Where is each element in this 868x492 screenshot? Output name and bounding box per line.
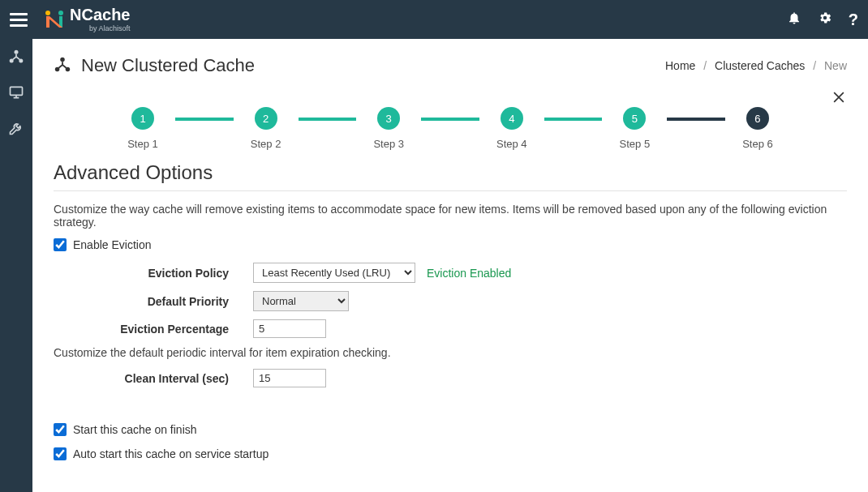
step-2[interactable]: 2 Step 2 bbox=[234, 107, 299, 150]
eviction-percentage-row: Eviction Percentage bbox=[54, 319, 847, 338]
topbar-actions: ? bbox=[787, 11, 858, 29]
sidebar bbox=[0, 39, 32, 492]
default-priority-select[interactable]: Normal bbox=[253, 291, 349, 311]
breadcrumb-clustered-caches[interactable]: Clustered Caches bbox=[715, 59, 805, 72]
enable-eviction-row: Enable Eviction bbox=[54, 238, 847, 251]
eviction-policy-select[interactable]: Least Recently Used (LRU) bbox=[253, 263, 415, 283]
bell-icon[interactable] bbox=[787, 11, 801, 29]
eviction-policy-row: Eviction Policy Least Recently Used (LRU… bbox=[54, 263, 847, 283]
topbar: NCache by Alachisoft ? bbox=[0, 0, 868, 39]
eviction-policy-label: Eviction Policy bbox=[54, 267, 253, 280]
breadcrumb-current: New bbox=[824, 59, 847, 72]
section-heading: Advanced Options bbox=[54, 161, 847, 184]
clean-interval-input[interactable] bbox=[253, 369, 326, 387]
page-title: New Clustered Cache bbox=[81, 55, 255, 76]
sidebar-monitor-icon[interactable] bbox=[8, 84, 24, 101]
brand-subtitle: by Alachisoft bbox=[70, 24, 130, 32]
auto-start-checkbox[interactable] bbox=[54, 447, 67, 460]
close-icon[interactable] bbox=[831, 89, 847, 110]
enable-eviction-checkbox[interactable] bbox=[54, 238, 67, 251]
default-priority-row: Default Priority Normal bbox=[54, 291, 847, 311]
start-on-finish-label: Start this cache on finish bbox=[73, 423, 197, 436]
clean-interval-label: Clean Interval (sec) bbox=[54, 372, 253, 385]
start-on-finish-row: Start this cache on finish bbox=[54, 423, 847, 436]
wizard-footer: Cancel Previous Finish bbox=[54, 478, 847, 492]
clean-interval-row: Clean Interval (sec) bbox=[54, 369, 847, 387]
enable-eviction-label: Enable Eviction bbox=[73, 238, 152, 251]
eviction-status: Eviction Enabled bbox=[427, 267, 511, 280]
step-1[interactable]: 1 Step 1 bbox=[110, 107, 175, 150]
auto-start-label: Auto start this cache on service startup bbox=[73, 447, 269, 460]
gear-icon[interactable] bbox=[818, 11, 832, 29]
main: New Clustered Cache Home / Clustered Cac… bbox=[32, 39, 868, 492]
help-icon[interactable]: ? bbox=[849, 11, 858, 29]
cluster-icon bbox=[54, 56, 71, 76]
svg-point-7 bbox=[15, 50, 19, 54]
svg-point-1 bbox=[58, 11, 63, 15]
brand-logo: NCache by Alachisoft bbox=[44, 6, 130, 32]
sidebar-cluster-icon[interactable] bbox=[8, 49, 24, 65]
section-description: Customize the way cache will remove exis… bbox=[54, 203, 847, 229]
svg-point-11 bbox=[60, 57, 65, 62]
eviction-percentage-input[interactable] bbox=[253, 319, 326, 338]
auto-start-row: Auto start this cache on service startup bbox=[54, 447, 847, 460]
breadcrumb: Home / Clustered Caches / New bbox=[665, 59, 847, 72]
eviction-percentage-label: Eviction Percentage bbox=[54, 323, 253, 336]
menu-toggle-button[interactable] bbox=[10, 11, 28, 28]
svg-rect-10 bbox=[11, 87, 23, 95]
step-3[interactable]: 3 Step 3 bbox=[356, 107, 421, 150]
start-on-finish-checkbox[interactable] bbox=[54, 423, 67, 436]
step-6[interactable]: 6 Step 6 bbox=[725, 107, 790, 150]
brand-name: NCache bbox=[70, 6, 130, 23]
wizard-content: 1 Step 1 2 Step 2 3 Step 3 4 Step 4 bbox=[32, 84, 868, 492]
logo-icon bbox=[44, 10, 65, 29]
stepper: 1 Step 1 2 Step 2 3 Step 3 4 Step 4 bbox=[110, 107, 790, 150]
default-priority-label: Default Priority bbox=[54, 295, 253, 308]
page-header: New Clustered Cache Home / Clustered Cac… bbox=[32, 39, 868, 84]
sidebar-tools-icon[interactable] bbox=[8, 120, 24, 136]
clean-interval-description: Customize the default periodic interval … bbox=[54, 346, 847, 359]
step-5[interactable]: 5 Step 5 bbox=[602, 107, 667, 150]
step-4[interactable]: 4 Step 4 bbox=[479, 107, 544, 150]
breadcrumb-home[interactable]: Home bbox=[665, 59, 695, 72]
